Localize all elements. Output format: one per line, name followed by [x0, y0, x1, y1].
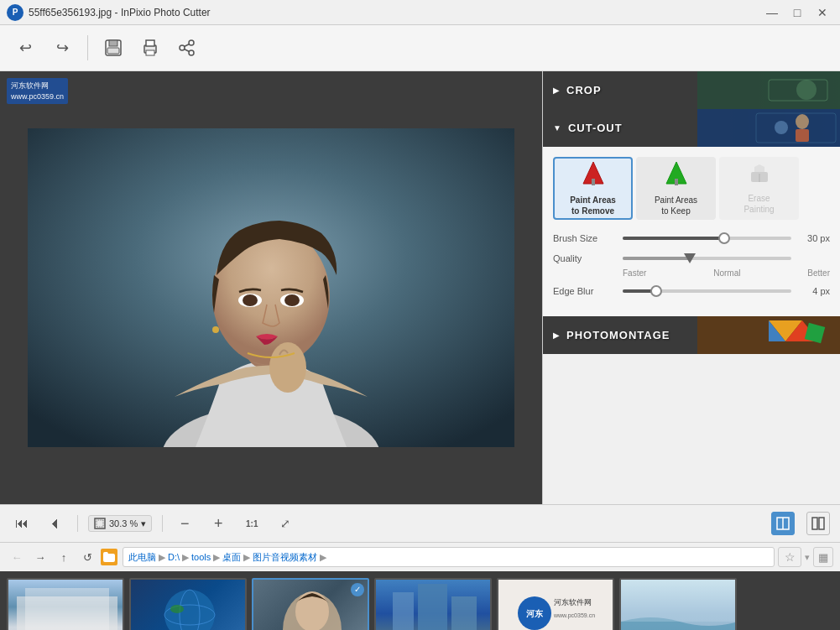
- thumbnail-5[interactable]: 河东 河东软件网 www.pc0359.cn logo.png: [497, 578, 614, 631]
- svg-rect-28: [796, 129, 809, 142]
- svg-point-7: [180, 45, 185, 50]
- breadcrumb: 此电脑 ▶ D:\ ▶ tools ▶ 桌面 ▶ 图片音视频素材 ▶: [123, 547, 775, 567]
- zoom-reset-button[interactable]: 1:1: [240, 512, 263, 535]
- paint-keep-button[interactable]: Paint Areasto Keep: [636, 157, 716, 220]
- back-button[interactable]: ←: [7, 547, 27, 567]
- photo-display: [28, 128, 514, 447]
- photomontage-arrow: ▶: [553, 331, 560, 340]
- svg-point-27: [796, 114, 809, 129]
- undo-button[interactable]: ↩: [10, 33, 40, 63]
- crop-section-header[interactable]: ▶ CROP: [543, 71, 840, 109]
- share-button[interactable]: [172, 33, 202, 63]
- fit-view-button[interactable]: ⤢: [274, 512, 297, 535]
- erase-painting-button[interactable]: ErasePainting: [719, 157, 799, 220]
- breadcrumb-media[interactable]: 图片音视频素材: [253, 551, 317, 564]
- playback-bar: ⏮ ⏴ 30.3 % ▾ − + 1:1 ⤢: [0, 504, 840, 542]
- print-button[interactable]: [135, 33, 165, 63]
- svg-text:www.pc0359.cn: www.pc0359.cn: [553, 612, 595, 619]
- svg-marker-34: [754, 164, 764, 172]
- dual-view-icon: [811, 517, 825, 530]
- svg-text:河东软件网: 河东软件网: [554, 598, 592, 607]
- svg-point-22: [796, 80, 817, 100]
- up-button[interactable]: ↑: [54, 547, 74, 567]
- quality-better: Better: [807, 268, 830, 278]
- breadcrumb-desktop[interactable]: 桌面: [222, 551, 241, 564]
- paint-keep-icon: [665, 160, 688, 190]
- redo-button[interactable]: ↪: [47, 33, 77, 63]
- brush-size-value: 30 px: [798, 233, 830, 243]
- brush-size-row: Brush Size 30 px: [553, 233, 830, 243]
- playback-sep-2: [162, 515, 163, 532]
- watermark: 河东软件网 www.pc0359.cn: [7, 78, 68, 104]
- svg-point-18: [284, 294, 300, 306]
- svg-rect-45: [812, 518, 817, 529]
- skip-start-button[interactable]: ⏮: [10, 512, 34, 535]
- photomontage-section-header[interactable]: ▶ PHOTOMONTAGE: [543, 316, 840, 354]
- quality-labels: Faster Normal Better: [553, 268, 830, 278]
- thumbnail-6[interactable]: pc0359.gif: [619, 578, 737, 631]
- favorites-button[interactable]: ☆: [778, 547, 801, 567]
- paint-remove-button[interactable]: Paint Areasto Remove: [553, 157, 633, 220]
- main-layout: 河东软件网 www.pc0359.cn: [0, 71, 840, 504]
- quality-slider[interactable]: [623, 257, 791, 260]
- breadcrumb-tools[interactable]: tools: [191, 552, 211, 562]
- cutout-content: Paint Areasto Remove Paint Areasto Keep: [543, 147, 840, 316]
- zoom-in-button[interactable]: +: [206, 512, 230, 535]
- quality-fill: [623, 257, 690, 260]
- svg-rect-30: [592, 179, 595, 185]
- canvas-area[interactable]: 河东软件网 www.pc0359.cn: [0, 71, 542, 504]
- zoom-dropdown-arrow: ▾: [141, 518, 146, 529]
- quality-thumb[interactable]: [684, 253, 696, 263]
- canvas-image: [28, 128, 514, 447]
- edge-blur-row: Edge Blur 4 px: [553, 286, 830, 296]
- brush-size-thumb[interactable]: [718, 232, 730, 244]
- favorites-dropdown[interactable]: ▾: [805, 552, 810, 563]
- edge-blur-thumb[interactable]: [650, 285, 662, 297]
- refresh-button[interactable]: ↺: [77, 547, 97, 567]
- crop-label: CROP: [566, 84, 602, 96]
- split-view-button[interactable]: [771, 512, 795, 535]
- dual-view-button[interactable]: [806, 512, 830, 535]
- svg-rect-32: [675, 179, 678, 185]
- title-bar-left: P 55ff65e356193.jpg - InPixio Photo Cutt…: [7, 4, 211, 21]
- breadcrumb-computer[interactable]: 此电脑: [128, 551, 156, 564]
- erase-icon: [748, 162, 771, 188]
- breadcrumb-drive[interactable]: D:\: [168, 552, 180, 562]
- photomontage-label: PHOTOMONTAGE: [566, 329, 670, 341]
- app-logo: P: [7, 4, 23, 21]
- forward-button[interactable]: →: [30, 547, 50, 567]
- zoom-out-button[interactable]: −: [173, 512, 196, 535]
- tool-buttons-row: Paint Areasto Remove Paint Areasto Keep: [553, 157, 830, 220]
- prev-frame-button[interactable]: ⏴: [44, 512, 67, 535]
- close-button[interactable]: ✕: [811, 4, 833, 21]
- svg-rect-57: [418, 584, 447, 631]
- split-view-icon: [776, 517, 790, 530]
- edge-blur-value: 4 px: [798, 286, 830, 296]
- thumbnail-2[interactable]: 2018-03-02-13-31-13.jpg: [129, 578, 247, 631]
- save-button[interactable]: [98, 33, 128, 63]
- zoom-frame-icon: [94, 518, 106, 529]
- window-controls: — □ ✕: [761, 4, 833, 21]
- svg-rect-48: [25, 588, 109, 631]
- zoom-control[interactable]: 30.3 % ▾: [88, 515, 152, 532]
- svg-rect-1: [109, 40, 117, 46]
- thumbnail-strip: 01ebec5985e81b000000021... 2018-03-02-13…: [0, 571, 840, 630]
- quality-row: Quality: [553, 253, 830, 263]
- minimize-button[interactable]: —: [761, 4, 783, 21]
- brush-size-slider[interactable]: [623, 237, 791, 240]
- thumbnail-3[interactable]: 55ff65e356193.jpg ✓: [252, 578, 369, 631]
- file-browser-bar: ← → ↑ ↺ 此电脑 ▶ D:\ ▶ tools ▶ 桌面 ▶ 图片音视频素材…: [0, 542, 840, 571]
- quality-normal: Normal: [713, 268, 740, 278]
- edge-blur-slider[interactable]: [623, 289, 791, 293]
- cutout-section-header[interactable]: ▼ CUT-OUT: [543, 109, 840, 147]
- quality-faster: Faster: [623, 268, 646, 278]
- thumbnail-1[interactable]: 01ebec5985e81b000000021...: [7, 578, 124, 631]
- maximize-button[interactable]: □: [786, 4, 808, 21]
- folder-view-button[interactable]: ▦: [813, 547, 833, 567]
- svg-rect-2: [107, 48, 119, 54]
- svg-point-6: [189, 40, 194, 45]
- thumbnail-4[interactable]: chengshijg_155b.jpg: [374, 578, 492, 631]
- toolbar: ↩ ↪: [0, 25, 840, 71]
- title-bar: P 55ff65e356193.jpg - InPixio Photo Cutt…: [0, 0, 840, 25]
- crop-arrow: ▶: [553, 86, 560, 95]
